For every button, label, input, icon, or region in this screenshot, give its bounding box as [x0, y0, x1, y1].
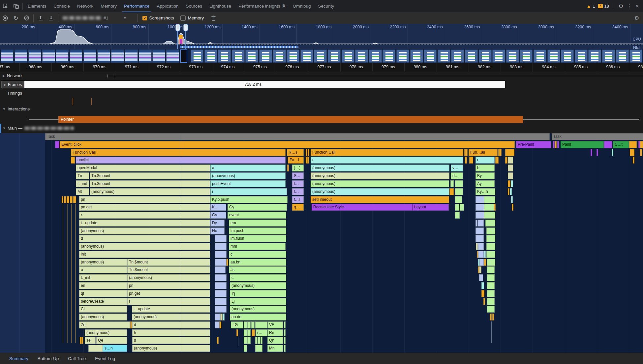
- flame-bar[interactable]: (anonymous): [85, 329, 127, 336]
- flame-bar[interactable]: Ky…h: [475, 188, 495, 195]
- filmstrip-thumbnail[interactable]: [629, 49, 642, 63]
- flame-bar[interactable]: [508, 165, 513, 171]
- tab-performance[interactable]: Performance: [120, 0, 153, 12]
- flame-bar[interactable]: [64, 196, 66, 203]
- flame-bar[interactable]: [487, 266, 495, 273]
- flame-bar[interactable]: [484, 204, 494, 211]
- flame-bar[interactable]: d: [132, 337, 210, 344]
- flame-bar[interactable]: Gy: [210, 212, 226, 219]
- flame-bar[interactable]: Ky.b.push: [210, 196, 288, 203]
- flame-bar[interactable]: [505, 157, 507, 164]
- flame-bar[interactable]: (anonymous): [127, 274, 210, 281]
- capture-settings-gear-icon[interactable]: ⚙: [634, 15, 639, 21]
- flame-bar[interactable]: LG: [231, 321, 243, 328]
- flame-bar[interactable]: Lj: [230, 298, 286, 305]
- flame-bar[interactable]: [511, 180, 513, 187]
- profile-dropdown-icon[interactable]: ▼: [123, 16, 126, 20]
- flame-bar[interactable]: [247, 329, 251, 336]
- flame-bar[interactable]: t._init: [79, 274, 127, 281]
- flame-bar[interactable]: [553, 141, 555, 148]
- flame-bar[interactable]: d: [132, 321, 210, 328]
- flame-bar[interactable]: [490, 314, 492, 320]
- filmstrip-thumbnail[interactable]: [125, 49, 138, 63]
- flame-bar[interactable]: (anonymous): [230, 282, 286, 289]
- filmstrip-thumbnail[interactable]: [218, 49, 231, 63]
- flame-bar[interactable]: [55, 141, 59, 148]
- flame-bar[interactable]: [475, 235, 484, 242]
- flame-bar[interactable]: pn.get: [127, 290, 210, 297]
- flame-bar[interactable]: [486, 235, 495, 242]
- filmstrip-thumbnail[interactable]: [191, 49, 203, 63]
- flame-bar[interactable]: q…: [292, 204, 304, 211]
- flame-bar[interactable]: Hx: [210, 228, 225, 234]
- interactions-track-header[interactable]: ▼ Interactions: [3, 106, 30, 111]
- flame-bar[interactable]: [485, 220, 495, 227]
- flame-bar[interactable]: [487, 282, 495, 289]
- flame-bar[interactable]: t._update: [79, 220, 210, 227]
- flame-bar[interactable]: [88, 345, 103, 352]
- flame-bar[interactable]: h: [132, 329, 210, 336]
- flame-bar[interactable]: [486, 243, 495, 250]
- flame-bar[interactable]: [455, 212, 460, 219]
- flame-bar[interactable]: [247, 337, 251, 344]
- flame-bar[interactable]: Ze: [79, 321, 130, 328]
- flame-bar[interactable]: se: [85, 337, 96, 344]
- flame-bar[interactable]: (anonymous): [210, 172, 286, 179]
- filmstrip-thumbnail[interactable]: [245, 49, 258, 63]
- tab-omnibug[interactable]: Omnibug: [289, 0, 315, 12]
- flame-bar[interactable]: [512, 204, 513, 211]
- flame-bar[interactable]: [487, 306, 495, 313]
- flame-bar[interactable]: Mt: [76, 188, 89, 195]
- flame-bar[interactable]: Tn.$mount: [127, 266, 210, 273]
- flame-bar[interactable]: Js: [229, 266, 286, 273]
- filmstrip-thumbnail[interactable]: [396, 49, 409, 63]
- flame-bar[interactable]: Layout: [413, 204, 449, 211]
- flame-bar[interactable]: Tn.$mount: [90, 172, 210, 179]
- filmstrip-thumbnail[interactable]: [410, 49, 423, 63]
- timing-marker[interactable]: [91, 98, 92, 105]
- flame-bar[interactable]: [475, 204, 484, 211]
- memory-checkbox[interactable]: Memory: [180, 15, 204, 21]
- flame-bar[interactable]: mm: [229, 243, 286, 250]
- flame-bar[interactable]: [255, 345, 262, 352]
- filmstrip-thumbnail[interactable]: [15, 49, 27, 63]
- filmstrip-thumbnail[interactable]: [152, 49, 165, 63]
- details-tab-bottom-up[interactable]: Bottom-Up: [33, 356, 64, 361]
- flame-bar[interactable]: [508, 188, 509, 195]
- filmstrip-thumbnail[interactable]: [139, 49, 152, 63]
- flame-bar[interactable]: (anonymous): [311, 180, 449, 187]
- flame-bar[interactable]: (anonymous): [79, 243, 210, 250]
- flame-bar[interactable]: r: [127, 298, 210, 305]
- settings-gear-icon[interactable]: ⚙: [619, 3, 623, 9]
- flame-bar[interactable]: [500, 149, 502, 156]
- flame-bar[interactable]: pushEvent: [210, 180, 286, 187]
- main-flamechart[interactable]: TaskTaskEvent: clickPre-PaintPaintC…tFun…: [0, 133, 643, 353]
- filmstrip-thumbnail[interactable]: [616, 49, 629, 63]
- flame-bar[interactable]: lm.push: [229, 228, 286, 234]
- filmstrip-thumbnail[interactable]: [369, 49, 382, 63]
- flame-bar[interactable]: [629, 141, 637, 148]
- filmstrip-thumbnail[interactable]: [534, 49, 546, 63]
- flame-bar[interactable]: t._update: [132, 306, 210, 313]
- flame-bar[interactable]: [215, 251, 227, 258]
- flame-bar[interactable]: [478, 251, 484, 258]
- flame-bar[interactable]: openModal: [76, 165, 210, 171]
- timings-track-header[interactable]: Timings: [7, 91, 22, 96]
- flame-bar[interactable]: r: [311, 157, 463, 164]
- flame-bar[interactable]: (anonymous): [90, 188, 210, 195]
- flame-bar[interactable]: [244, 329, 247, 336]
- main-track-header[interactable]: ▼ Main —: [3, 126, 74, 131]
- filmstrip-thumbnail[interactable]: [479, 49, 492, 63]
- flame-bar[interactable]: Tn.$mount: [90, 180, 210, 187]
- flame-bar[interactable]: [478, 243, 484, 250]
- upload-profile-icon[interactable]: [36, 14, 45, 22]
- filmstrip-thumbnail[interactable]: [83, 49, 96, 63]
- filmstrip-thumbnail[interactable]: [111, 49, 124, 63]
- flame-bar[interactable]: [215, 306, 227, 313]
- flame-bar[interactable]: [70, 196, 73, 203]
- selection-right-grip[interactable]: [183, 24, 188, 31]
- flame-bar[interactable]: [486, 228, 495, 234]
- flame-bar[interactable]: [260, 337, 262, 344]
- flame-bar[interactable]: Function Call: [311, 149, 463, 156]
- filmstrip-thumbnail[interactable]: [342, 49, 354, 63]
